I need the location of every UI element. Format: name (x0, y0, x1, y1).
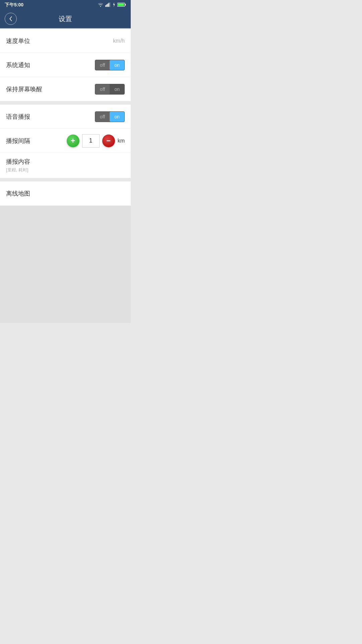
status-icons (98, 2, 126, 8)
keep-screen-toggle[interactable]: off on (95, 84, 125, 95)
signal-icon (105, 2, 111, 8)
voice-off-option[interactable]: off (95, 112, 110, 122)
notification-on-option[interactable]: on (110, 60, 124, 70)
charging-icon (112, 2, 116, 8)
broadcast-content-sub: [里程, 耗时] (6, 167, 125, 173)
svg-rect-8 (118, 3, 124, 6)
system-notification-row: 系统通知 off on (0, 53, 131, 77)
svg-rect-7 (125, 4, 126, 5)
keep-screen-label: 保持屏幕唤醒 (6, 85, 42, 93)
system-notification-label: 系统通知 (6, 61, 30, 69)
interval-unit: km (118, 138, 125, 144)
section-divider-2 (0, 178, 131, 181)
broadcast-interval-stepper: + − km (67, 134, 125, 148)
broadcast-content-label: 播报内容 (6, 158, 125, 166)
voice-broadcast-label: 语音播报 (6, 113, 30, 121)
voice-on-option[interactable]: on (110, 112, 124, 122)
interval-value-input[interactable] (82, 134, 100, 148)
speed-unit-label: 速度单位 (6, 37, 30, 45)
screen-off-option[interactable]: off (95, 84, 110, 94)
back-button[interactable] (5, 13, 17, 25)
speed-unit-row[interactable]: 速度单位 km/h (0, 29, 131, 53)
offline-map-label: 离线地图 (6, 190, 30, 198)
status-bar: 下午5:00 (0, 0, 131, 9)
plus-icon: + (71, 137, 75, 145)
interval-plus-button[interactable]: + (67, 135, 79, 147)
screen-on-option[interactable]: on (110, 84, 124, 94)
section-divider-1 (0, 101, 131, 105)
interval-minus-button[interactable]: − (102, 135, 115, 147)
svg-rect-3 (109, 3, 109, 7)
svg-rect-0 (105, 5, 106, 7)
offline-map-row[interactable]: 离线地图 (0, 181, 131, 206)
broadcast-interval-row: 播报间隔 + − km (0, 129, 131, 153)
keep-screen-row: 保持屏幕唤醒 off on (0, 77, 131, 101)
battery-icon (117, 2, 126, 8)
svg-rect-4 (110, 2, 110, 7)
voice-broadcast-toggle[interactable]: off on (95, 111, 125, 122)
wifi-icon (98, 2, 104, 8)
svg-marker-5 (113, 2, 115, 7)
system-notification-toggle[interactable]: off on (95, 60, 125, 70)
app-header: 设置 (0, 9, 131, 28)
speed-unit-value: km/h (113, 38, 125, 44)
broadcast-content-row[interactable]: 播报内容 [里程, 耗时] (0, 153, 131, 178)
bottom-area (0, 206, 131, 323)
notification-off-option[interactable]: off (95, 60, 110, 70)
svg-rect-2 (107, 3, 108, 7)
svg-rect-1 (106, 4, 107, 7)
voice-broadcast-row: 语音播报 off on (0, 105, 131, 129)
settings-content: 速度单位 km/h 系统通知 off on 保持屏幕唤醒 off on 语音播报… (0, 29, 131, 206)
page-title: 设置 (59, 14, 72, 23)
minus-icon: − (106, 137, 111, 145)
status-time: 下午5:00 (5, 2, 23, 8)
broadcast-interval-label: 播报间隔 (6, 137, 30, 145)
